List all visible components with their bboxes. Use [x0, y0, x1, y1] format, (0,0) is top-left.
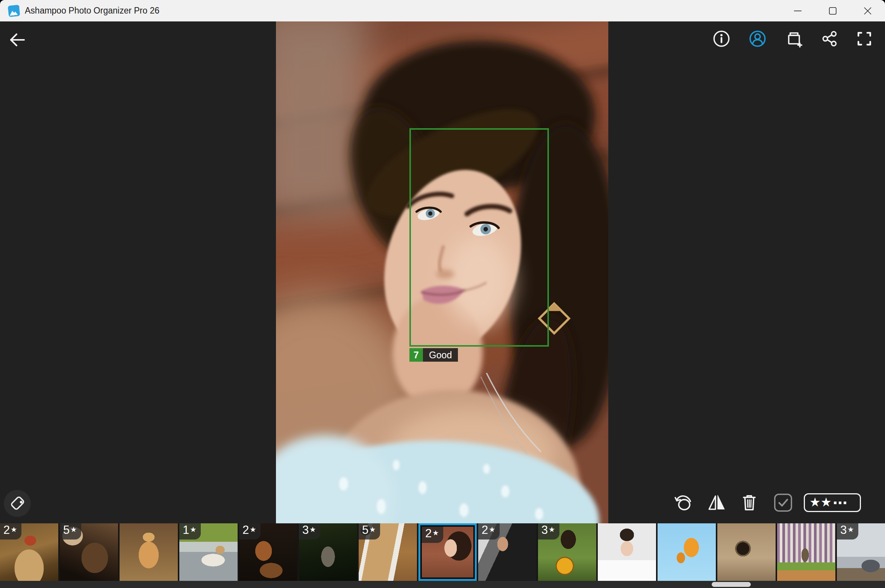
thumbnail-woman-portrait[interactable]: 2 ★	[418, 523, 477, 581]
trash-icon	[739, 492, 760, 513]
face-detection-label: 7 Good	[409, 348, 458, 362]
thumbnail-image	[120, 523, 178, 581]
info-button[interactable]	[711, 28, 732, 50]
thumbnail-image: 2 ★	[478, 523, 536, 581]
thumbnail-ladybug[interactable]: 2 ★	[0, 523, 58, 581]
rotate-left-icon	[674, 492, 695, 513]
rating-badge: 3 ★	[299, 523, 320, 540]
thumbnail-orange-flowers[interactable]	[658, 523, 716, 581]
thumbnail-image: 2 ★	[0, 523, 58, 581]
thumbnail-image: 5 ★	[60, 523, 118, 581]
rating-badge: 5 ★	[359, 523, 380, 540]
minimize-button[interactable]	[780, 0, 815, 21]
titlebar: Ashampoo Photo Organizer Pro 26	[0, 0, 885, 21]
thumbnail-image: 2 ★	[239, 523, 297, 581]
back-button[interactable]	[6, 29, 28, 51]
tag-icon	[8, 494, 27, 513]
face-recognition-icon	[747, 29, 768, 49]
face-quality-label: Good	[423, 348, 458, 362]
rating-badge-star-icon: ★	[250, 525, 256, 533]
rating-badge-star-icon: ★	[11, 525, 17, 533]
thumbnail-image	[658, 523, 716, 581]
thumbnail-image: 2 ★	[422, 527, 473, 577]
tag-button[interactable]	[4, 490, 31, 517]
maximize-icon	[824, 2, 842, 20]
thumbnail-orange-cat[interactable]	[120, 523, 178, 581]
add-to-album-button[interactable]	[783, 28, 805, 50]
rating-badge-number: 3	[302, 524, 309, 536]
thumbnail-image: 3 ★	[538, 523, 596, 581]
filmstrip: 2 ★ 5 ★ 1 ★ 2 ★	[0, 523, 885, 581]
thumbnail-kitten[interactable]: 3 ★	[299, 523, 357, 581]
face-detection-box[interactable]	[409, 128, 549, 347]
flip-horizontal-icon	[706, 492, 727, 513]
rating-badge-star-icon: ★	[190, 525, 196, 533]
maximize-button[interactable]	[815, 0, 850, 21]
rotate-left-button[interactable]	[673, 492, 695, 514]
rating-badge-star-icon: ★	[489, 525, 495, 533]
close-button[interactable]	[850, 0, 885, 21]
rating-badge-number: 2	[242, 524, 249, 536]
star-filled: ★	[809, 496, 821, 508]
thumbnail-woman-in-black[interactable]: 2 ★	[478, 523, 536, 581]
thumbnail-cat-tree[interactable]	[717, 523, 776, 581]
rating-badge-number: 3	[541, 524, 548, 536]
rating-badge-star-icon: ★	[432, 529, 439, 537]
share-button[interactable]	[819, 28, 841, 50]
face-score-badge: 7	[409, 348, 423, 362]
rating-badge: 5 ★	[60, 523, 81, 540]
window-controls	[780, 0, 885, 21]
thumbnail-cat-on-pavement[interactable]: 1 ★	[179, 523, 238, 581]
share-icon	[820, 29, 840, 49]
rating-badge-number: 2	[482, 524, 488, 536]
thumbnail-image: 3 ★	[299, 523, 357, 581]
thumbnail-photo-book-cat[interactable]: 5 ★	[359, 523, 417, 581]
rating-badge-star-icon: ★	[70, 525, 77, 533]
fullscreen-button[interactable]	[853, 28, 875, 50]
select-checkbox[interactable]	[772, 492, 794, 514]
thumbnail-woman-sunflower[interactable]: 3 ★	[538, 523, 596, 581]
star-rating-stars: ★★	[809, 497, 846, 508]
star-rating-control[interactable]: ★★	[804, 493, 861, 512]
rating-badge-number: 1	[183, 524, 189, 536]
rating-badge: 1 ★	[179, 523, 201, 540]
star-empty-dot	[839, 502, 841, 504]
thumbnail-dark-orange-cat[interactable]: 2 ★	[239, 523, 297, 581]
rating-badge: 3 ★	[538, 523, 559, 540]
rating-badge-star-icon: ★	[369, 525, 376, 533]
app-window: Ashampoo Photo Organizer Pro 26	[0, 0, 885, 588]
rating-badge: 2 ★	[239, 523, 261, 540]
rating-badge-number: 5	[63, 524, 70, 536]
thumbnail-woman-bun[interactable]	[598, 523, 656, 581]
rating-badge-star-icon: ★	[549, 525, 555, 533]
rating-badge: 2 ★	[478, 523, 500, 540]
fullscreen-icon	[854, 29, 874, 49]
thumbnail-image: 3 ★	[837, 523, 885, 581]
info-icon	[711, 29, 732, 49]
face-recognition-button[interactable]	[747, 28, 768, 50]
filmstrip-scrollbar-thumb[interactable]	[712, 582, 751, 587]
flip-horizontal-button[interactable]	[706, 492, 727, 514]
delete-button[interactable]	[738, 492, 760, 514]
thumbnail-image: 1 ★	[179, 523, 238, 581]
add-to-album-icon	[784, 29, 804, 49]
rating-badge-number: 2	[425, 527, 432, 540]
rating-badge: 2 ★	[0, 523, 21, 540]
viewer-area: 7 Good	[0, 21, 885, 523]
minimize-icon	[789, 2, 807, 20]
thumbnail-image	[777, 523, 835, 581]
rating-badge-number: 5	[362, 524, 368, 536]
star-filled: ★	[821, 496, 832, 508]
rating-badge: 2 ★	[422, 527, 443, 543]
rating-badge-star-icon: ★	[309, 525, 316, 533]
thumbnail-siamese-cat[interactable]: 5 ★	[60, 523, 118, 581]
filmstrip-scrollbar-track[interactable]	[0, 581, 885, 588]
thumbnail-image: 5 ★	[359, 523, 417, 581]
rating-badge-number: 2	[3, 524, 10, 536]
checkmark-icon	[773, 492, 794, 513]
close-icon	[859, 2, 877, 20]
rating-badge: 3 ★	[837, 523, 858, 540]
thumbnail-balcony-cat[interactable]	[777, 523, 835, 581]
star-empty-dot	[844, 502, 846, 504]
thumbnail-gray-cat-window[interactable]: 3 ★	[837, 523, 885, 581]
